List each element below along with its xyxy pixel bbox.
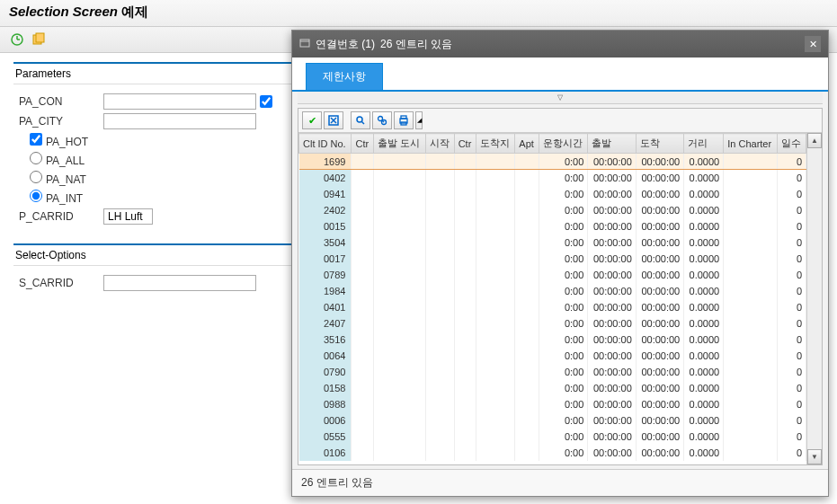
tab-restrictions[interactable]: 제한사항	[306, 63, 383, 90]
column-header[interactable]: Ctr	[352, 134, 373, 154]
svg-line-11	[361, 121, 364, 124]
pa-city-label: PA_CITY	[13, 115, 103, 128]
column-header[interactable]: 일수	[777, 134, 806, 154]
table-row[interactable]: 09410:0000:00:0000:00:000.00000	[299, 186, 806, 202]
table-row[interactable]: 07900:0000:00:0000:00:000.00000	[299, 364, 806, 380]
pa-int-label: PA_INT	[13, 190, 103, 205]
column-header[interactable]: 거리	[684, 134, 724, 154]
page-title-kr: 예제	[121, 4, 148, 19]
chevron-down-icon: ▽	[557, 93, 563, 102]
dialog-titlebar[interactable]: 연결번호 (1) 26 엔트리 있음 ✕	[292, 31, 828, 57]
table-row[interactable]: 04010:0000:00:0000:00:000.00000	[299, 299, 806, 315]
svg-rect-16	[401, 116, 406, 119]
scroll-up-icon[interactable]: ▲	[807, 133, 822, 148]
dialog-title-count: 26 엔트리 있음	[380, 37, 452, 52]
column-header[interactable]: Clt ID No.	[299, 134, 352, 154]
dialog-icon	[299, 38, 310, 51]
close-button[interactable]: ✕	[805, 36, 821, 52]
column-header[interactable]: In Charter	[724, 134, 778, 154]
table-row[interactable]: 00150:0000:00:0000:00:000.00000	[299, 218, 806, 234]
column-header[interactable]: Ctr	[454, 134, 476, 154]
pa-all-radio[interactable]	[30, 152, 42, 164]
accept-button[interactable]: ✔	[302, 111, 322, 129]
find-button[interactable]	[351, 111, 370, 129]
collapse-bar[interactable]: ▽	[298, 92, 823, 104]
table-row[interactable]: 35160:0000:00:0000:00:000.00000	[299, 332, 806, 348]
s-carrid-label: S_CARRID	[13, 277, 103, 289]
pa-hot-label: PA_HOT	[13, 133, 103, 148]
vertical-scrollbar[interactable]: ▲ ▼	[806, 133, 822, 464]
tab-strip: 제한사항	[292, 57, 828, 92]
table-row[interactable]: 07890:0000:00:0000:00:000.00000	[299, 267, 806, 283]
s-carrid-low-input[interactable]	[103, 275, 256, 291]
toolbar-more-icon[interactable]: ◢	[415, 111, 423, 129]
p-carrid-input[interactable]	[103, 208, 153, 225]
column-header[interactable]: Apt	[515, 134, 539, 154]
dialog-title-prefix: 연결번호 (1)	[316, 37, 375, 52]
variant-icon[interactable]	[31, 31, 47, 48]
table-row[interactable]: 04020:0000:00:0000:00:000.00000	[299, 170, 806, 186]
scroll-down-icon[interactable]: ▼	[807, 449, 822, 464]
find-next-button[interactable]	[372, 111, 392, 129]
column-header[interactable]: 시작	[425, 134, 454, 154]
p-carrid-label: P_CARRID	[13, 210, 103, 223]
pa-con-label: PA_CON	[13, 95, 103, 108]
table-row[interactable]: 24020:0000:00:0000:00:000.00000	[299, 202, 806, 218]
column-header[interactable]: 도착지	[476, 134, 515, 154]
page-title-en: Selection Screen	[9, 4, 118, 19]
table-row[interactable]: 24070:0000:00:0000:00:000.00000	[299, 315, 806, 332]
dialog-status-bar: 26 엔트리 있음	[292, 469, 828, 496]
page-title: Selection Screen 예제	[0, 0, 837, 27]
svg-rect-4	[36, 33, 44, 42]
column-header[interactable]: 도착	[636, 134, 683, 154]
table-row[interactable]: 00640:0000:00:0000:00:000.00000	[299, 348, 806, 364]
column-header[interactable]: 출발 도시	[373, 134, 425, 154]
table-row[interactable]: 00170:0000:00:0000:00:000.00000	[299, 251, 806, 267]
table-row[interactable]: 00060:0000:00:0000:00:000.00000	[299, 412, 806, 429]
svg-rect-5	[300, 40, 309, 47]
pa-int-radio[interactable]	[30, 190, 42, 202]
result-table: Clt ID No.Ctr출발 도시시작Ctr도착지Apt운항시간출발도착거리I…	[298, 133, 806, 461]
pa-nat-radio[interactable]	[30, 171, 42, 183]
table-row[interactable]: 05550:0000:00:0000:00:000.00000	[299, 429, 806, 445]
pa-con-checkbox[interactable]	[260, 95, 272, 108]
execute-icon[interactable]	[9, 31, 25, 48]
pa-all-label: PA_ALL	[13, 152, 103, 167]
table-row[interactable]: 01580:0000:00:0000:00:000.00000	[299, 380, 806, 396]
column-header[interactable]: 출발	[588, 134, 636, 154]
table-row[interactable]: 16990:0000:00:0000:00:000.00000	[299, 154, 806, 170]
pa-hot-checkbox[interactable]	[30, 133, 42, 146]
pa-con-input[interactable]	[103, 93, 256, 110]
table-row[interactable]: 09880:0000:00:0000:00:000.00000	[299, 396, 806, 412]
svg-point-12	[378, 117, 383, 121]
pa-city-input[interactable]	[103, 113, 256, 129]
new-search-button[interactable]	[324, 111, 343, 129]
f4-help-dialog: 연결번호 (1) 26 엔트리 있음 ✕ 제한사항 ▽ ✔ ◢ Clt ID N…	[291, 30, 829, 497]
table-row[interactable]: 01060:0000:00:0000:00:000.00000	[299, 445, 806, 461]
table-row[interactable]: 35040:0000:00:0000:00:000.00000	[299, 234, 806, 251]
column-header[interactable]: 운항시간	[539, 134, 588, 154]
table-row[interactable]: 19840:0000:00:0000:00:000.00000	[299, 283, 806, 299]
print-button[interactable]	[394, 111, 414, 129]
grid-toolbar: ✔ ◢	[298, 109, 822, 133]
pa-nat-label: PA_NAT	[13, 171, 103, 186]
